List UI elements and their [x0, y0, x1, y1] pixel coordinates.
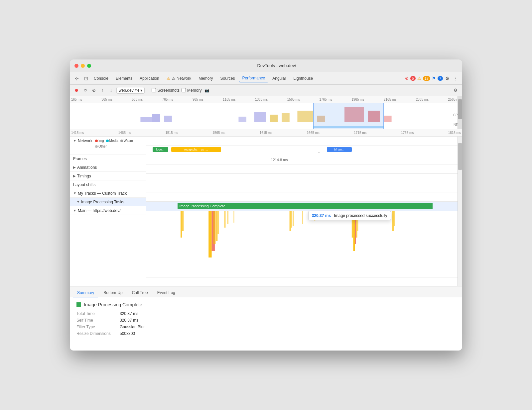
main-thread-arrow[interactable]: ▼ [73, 209, 76, 212]
close-button[interactable] [74, 64, 78, 68]
recaptcha-bar[interactable]: recaptcha__es_... [171, 147, 221, 152]
record-button[interactable]: ⏺ [73, 87, 80, 94]
tab-sources[interactable]: Sources [217, 75, 238, 82]
selection-band[interactable] [313, 103, 384, 129]
total-time-value: 320.37 ms [120, 311, 456, 316]
maximize-button[interactable] [87, 64, 91, 68]
network-row-label: ▼ Network Doc CSS JS Font Img Media Wasm… [70, 137, 146, 145]
mark-11: 2365 ms [416, 98, 429, 101]
tab-console[interactable]: Console [90, 75, 112, 82]
mark2-0: 1415 ms [71, 131, 84, 135]
custom-track-label: ▼ My Tracks — Custom Track [70, 189, 146, 198]
legend-media: Media [106, 139, 118, 143]
inspector-icon[interactable]: ⊹ [73, 75, 80, 82]
logo-bar[interactable]: logo... [153, 147, 168, 152]
device-toolbar-icon[interactable]: ⊡ [82, 75, 90, 82]
tab-network[interactable]: ⚠ ⚠ Network [163, 75, 195, 82]
memory-label: Memory [187, 88, 201, 93]
warning-badge: 17 [423, 76, 430, 81]
clear-button[interactable]: ⊘ [90, 87, 97, 94]
mark2-3: 1565 ms [212, 131, 225, 135]
tab-summary[interactable]: Summary [73, 289, 98, 297]
svg-rect-16 [213, 211, 215, 244]
ruler-marks: 165 ms 365 ms 565 ms 765 ms 965 ms 1165 … [70, 98, 462, 101]
tab-elements[interactable]: Elements [112, 75, 136, 82]
svg-rect-18 [217, 211, 219, 234]
timings-row [146, 174, 458, 183]
layout-shifts-text: Layout shifts [73, 182, 95, 187]
svg-rect-6 [282, 113, 290, 122]
animations-row [146, 164, 458, 174]
mark-1: 365 ms [101, 98, 112, 101]
settings2-icon[interactable]: ⚙ [452, 87, 459, 94]
image-processing-row[interactable]: Image Processing Complete 320.37 ms Imag… [146, 202, 458, 211]
main-thread-row [146, 211, 458, 277]
more-icon[interactable]: ⋮ [452, 75, 459, 82]
summary-title-text: Image Processing Complete [84, 302, 142, 307]
tab-application[interactable]: Application [136, 75, 163, 82]
upload-button[interactable]: ↑ [99, 87, 106, 94]
summary-title: Image Processing Complete [76, 302, 456, 307]
self-time-value: 320.37 ms [120, 318, 456, 323]
timeline-ruler: 165 ms 365 ms 565 ms 765 ms 965 ms 1165 … [70, 96, 462, 103]
tab-event-log[interactable]: Event Log [153, 289, 179, 297]
right-scrollbar[interactable] [458, 137, 462, 286]
right-scrollbar-thumb[interactable] [458, 143, 462, 170]
timings-arrow[interactable]: ▶ [73, 174, 76, 178]
network-arrow[interactable]: ▼ [73, 139, 76, 143]
right-panel[interactable]: logo... recaptcha__es_... ... bfram... 1… [146, 137, 458, 286]
mark2-1: 1465 ms [118, 131, 131, 135]
titlebar: DevTools - web.dev/ [70, 59, 462, 72]
legend-other: Other [95, 145, 107, 148]
info-icon: ⚑ [432, 76, 436, 81]
resize-dimensions-label: Resize Dimensions [76, 331, 120, 336]
reload-record-button[interactable]: ↺ [82, 87, 88, 94]
legend-img: Img [95, 139, 104, 143]
screenshots-checkbox[interactable] [152, 88, 156, 92]
mark2-7: 1765 ms [401, 131, 414, 135]
network-label: Network [78, 139, 92, 143]
tab-call-tree[interactable]: Call Tree [128, 289, 152, 297]
scrollbar[interactable] [458, 96, 462, 129]
legend-wasm: Wasm [120, 139, 133, 143]
memory-checkbox[interactable] [182, 88, 186, 92]
tab-performance[interactable]: Performance [239, 74, 269, 82]
total-time-label: Total Time [76, 311, 120, 316]
left-panel: ▼ Network Doc CSS JS Font Img Media Wasm… [70, 137, 146, 286]
main-thread-text: Main — https://web.dev/ [78, 208, 121, 213]
tab-bottom-up[interactable]: Bottom-Up [99, 289, 126, 297]
svg-rect-5 [270, 115, 278, 122]
custom-track-arrow[interactable]: ▼ [73, 191, 76, 195]
warning-icon: ⚠ [417, 76, 421, 81]
window-title: DevTools - web.dev/ [96, 63, 458, 68]
memory-checkbox-group: Memory [182, 88, 201, 93]
tooltip-text: Image processed successfully [334, 213, 387, 218]
download-button[interactable]: ↓ [108, 87, 114, 94]
mark-9: 1965 ms [351, 98, 364, 101]
mark2-6: 1715 ms [354, 131, 366, 135]
tab-memory[interactable]: Memory [195, 75, 216, 82]
svg-rect-4 [254, 112, 266, 122]
main-thread-svg [146, 211, 458, 277]
mark-4: 965 ms [193, 98, 203, 101]
svg-rect-33 [394, 211, 395, 226]
mark2-2: 1515 ms [165, 131, 178, 135]
frames-row-label: Frames [70, 154, 146, 163]
tab-lighthouse[interactable]: Lighthouse [290, 75, 317, 82]
summary-grid: Total Time 320.37 ms Self Time 320.37 ms… [76, 311, 456, 336]
frames-label: Frames [73, 156, 87, 161]
tab-angular[interactable]: Angular [269, 75, 289, 82]
capture-screenshot-icon[interactable]: 📷 [203, 87, 210, 94]
profile-selector[interactable]: web.dev #4 ▾ [116, 87, 145, 94]
minimize-button[interactable] [81, 64, 85, 68]
tab-network-label: ⚠ Network [172, 76, 191, 81]
image-processing-arrow[interactable]: ▼ [76, 200, 80, 204]
scrollbar-thumb[interactable] [458, 99, 462, 119]
mark2-4: 1615 ms [260, 131, 272, 135]
animations-arrow[interactable]: ▶ [73, 165, 76, 169]
timings-label: Timings [77, 174, 91, 178]
timeline-chart[interactable]: CPU NET [70, 103, 462, 129]
settings-icon[interactable]: ⚙ [444, 75, 451, 82]
image-processing-bar[interactable]: Image Processing Complete [178, 203, 433, 209]
bfram-bar[interactable]: bfram... [327, 147, 352, 152]
